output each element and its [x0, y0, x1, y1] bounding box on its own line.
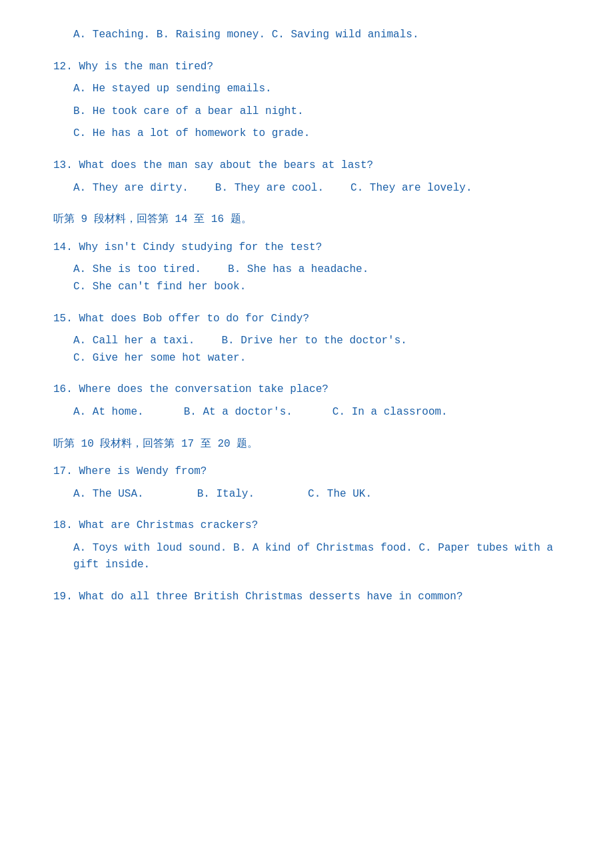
q13-block: 13. What does the man say about the bear… [53, 157, 560, 197]
q15-label: 15. What does Bob offer to do for Cindy? [53, 311, 560, 328]
q14-block: 14. Why isn't Cindy studying for the tes… [53, 239, 560, 296]
q18-label: 18. What are Christmas crackers? [53, 517, 560, 535]
q14-optA: A. She is too tired. [73, 261, 201, 279]
q15-optB: B. Drive her to the doctor's. [221, 333, 406, 350]
q14-optC: C. She can't find her book. [73, 279, 246, 296]
q12-optB: B. He took care of a bear all night. [53, 103, 560, 121]
q12-label: 12. Why is the man tired? [53, 59, 560, 76]
q13-optC: C. They are lovely. [350, 180, 472, 197]
q19-block: 19. What do all three British Christmas … [53, 589, 560, 606]
q15-optC: C. Give her some hot water. [73, 350, 246, 367]
q16-optB: B. At a doctor's. [184, 404, 293, 421]
q12-optC: C. He has a lot of homework to grade. [53, 125, 560, 143]
q15-options: A. Call her a taxi. B. Drive her to the … [53, 333, 560, 367]
q16-label: 16. Where does the conversation take pla… [53, 381, 560, 399]
q17-optB: B. Italy. [197, 486, 255, 503]
q16-block: 16. Where does the conversation take pla… [53, 381, 560, 421]
q15-optA: A. Call her a taxi. [73, 333, 195, 350]
q18-block: 18. What are Christmas crackers? A. Toys… [53, 517, 560, 574]
q12-block: 12. Why is the man tired? A. He stayed u… [53, 59, 560, 143]
q17-optC: C. The UK. [308, 486, 372, 503]
q11-options-block: A. Teaching. B. Raising money. C. Saving… [53, 27, 560, 44]
q13-label: 13. What does the man say about the bear… [53, 157, 560, 175]
q13-options-row: A. They are dirty. B. They are cool. C. … [53, 180, 560, 197]
q14-options: A. She is too tired. B. She has a headac… [53, 261, 560, 295]
q19-label: 19. What do all three British Christmas … [53, 589, 560, 606]
q17-label: 17. Where is Wendy from? [53, 463, 560, 481]
q12-optA: A. He stayed up sending emails. [53, 81, 560, 98]
q11-options-inline: A. Teaching. B. Raising money. C. Saving… [53, 27, 560, 44]
q14-label: 14. Why isn't Cindy studying for the tes… [53, 239, 560, 257]
q14-optB: B. She has a headache. [228, 261, 368, 279]
q16-optA: A. At home. [73, 404, 144, 421]
q17-options: A. The USA. B. Italy. C. The UK. [53, 486, 560, 503]
q17-optA: A. The USA. [73, 486, 144, 503]
section10-header: 听第 10 段材料，回答第 17 至 20 题。 [53, 436, 560, 453]
q13-optB: B. They are cool. [215, 180, 324, 197]
q16-optC: C. In a classroom. [332, 404, 448, 421]
q16-options: A. At home. B. At a doctor's. C. In a cl… [53, 404, 560, 421]
q15-block: 15. What does Bob offer to do for Cindy?… [53, 311, 560, 367]
q13-optA: A. They are dirty. [73, 180, 189, 197]
section9-header: 听第 9 段材料，回答第 14 至 16 题。 [53, 211, 560, 229]
q17-block: 17. Where is Wendy from? A. The USA. B. … [53, 463, 560, 503]
q18-options: A. Toys with loud sound. B. A kind of Ch… [53, 540, 560, 574]
